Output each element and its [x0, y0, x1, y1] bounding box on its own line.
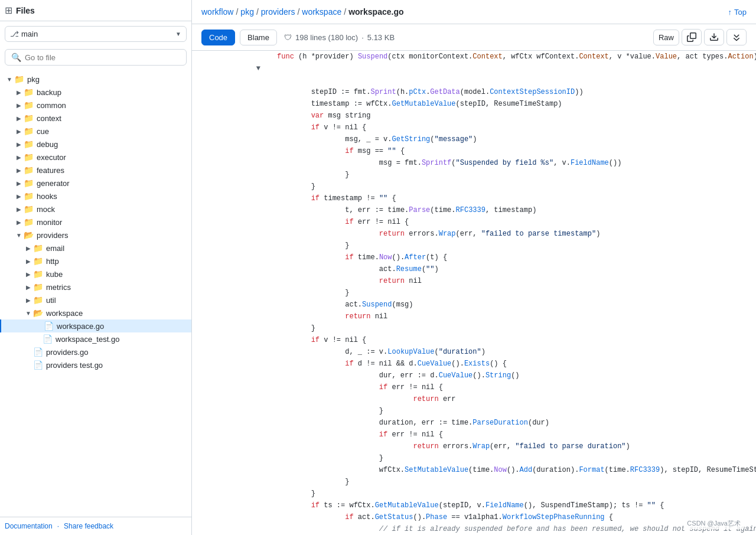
tree-item-generator[interactable]: ▶ 📁 generator: [0, 177, 191, 190]
blame-tab[interactable]: Blame: [240, 30, 277, 45]
line-number[interactable]: [192, 193, 272, 204]
line-number[interactable]: [192, 110, 272, 122]
line-number[interactable]: [192, 452, 272, 464]
tree-item-metrics[interactable]: ▶ 📁 metrics: [0, 280, 191, 293]
line-number[interactable]: [192, 98, 272, 110]
breadcrumb-workspace[interactable]: workspace: [302, 7, 341, 17]
tree-item-providers-test-go[interactable]: 📄 providers test.go: [0, 358, 191, 371]
line-number[interactable]: [192, 275, 272, 287]
tree-item-kube[interactable]: ▶ 📁 kube: [0, 268, 191, 280]
documentation-link[interactable]: Documentation: [5, 522, 53, 530]
line-number[interactable]: [192, 228, 272, 240]
code-line: if err != nil {: [272, 216, 756, 228]
line-number[interactable]: [192, 511, 272, 523]
panel-icon[interactable]: ⊞: [5, 5, 12, 16]
feedback-link[interactable]: Share feedback: [64, 522, 113, 530]
line-number[interactable]: [192, 500, 272, 511]
tree-item-util[interactable]: ▶ 📁 util: [0, 293, 191, 306]
raw-button[interactable]: Raw: [653, 30, 679, 45]
expand-button[interactable]: [726, 29, 747, 45]
line-number[interactable]: [192, 133, 272, 145]
code-line: duration, err := time.ParseDuration(dur): [272, 417, 756, 429]
line-number[interactable]: [192, 429, 272, 441]
tree-item-debug[interactable]: ▶ 📁 debug: [0, 138, 191, 151]
line-number[interactable]: [192, 181, 272, 193]
tree-label: cue: [37, 127, 49, 136]
tree-item-context[interactable]: ▶ 📁 context: [0, 112, 191, 125]
fold-button[interactable]: ▼: [256, 64, 260, 73]
line-number[interactable]: [192, 216, 272, 228]
breadcrumb-workflow[interactable]: workflow: [201, 7, 233, 17]
line-number[interactable]: [192, 311, 272, 322]
tree-item-workspace-folder[interactable]: ▼ 📂 workspace: [0, 306, 191, 319]
table-row: timestamp := wfCtx.GetMutableValue(stepI…: [192, 98, 756, 110]
toggle-icon: ▼: [24, 310, 33, 317]
tree-item-executor[interactable]: ▶ 📁 executor: [0, 151, 191, 164]
code-tab[interactable]: Code: [201, 30, 235, 45]
table-row: if msg == "" {: [192, 145, 756, 157]
line-number[interactable]: [192, 122, 272, 133]
download-button[interactable]: [704, 29, 724, 45]
breadcrumb-pkg[interactable]: pkg: [240, 7, 254, 17]
tree-item-backup[interactable]: ▶ 📁 backup: [0, 86, 191, 99]
file-lines: 198 lines (180 loc): [295, 33, 358, 42]
line-number[interactable]: [192, 322, 272, 334]
toggle-icon: ▶: [24, 284, 33, 291]
code-line: timestamp := wfCtx.GetMutableValue(stepI…: [272, 98, 756, 110]
tree-item-common[interactable]: ▶ 📁 common: [0, 99, 191, 112]
line-number[interactable]: [192, 334, 272, 346]
line-number[interactable]: [192, 441, 272, 452]
tree-item-workspace-test-go[interactable]: 📄 workspace_test.go: [0, 332, 191, 345]
line-number[interactable]: [192, 169, 272, 181]
file-icon: 📄: [33, 360, 43, 370]
code-line: dur, err := d.CueValue().String(): [272, 370, 756, 381]
breadcrumb-providers[interactable]: providers: [261, 7, 295, 17]
line-number[interactable]: [192, 476, 272, 488]
line-number[interactable]: [192, 252, 272, 263]
line-number[interactable]: [192, 417, 272, 429]
copy-button[interactable]: [682, 29, 702, 45]
line-number[interactable]: [192, 523, 272, 535]
top-button[interactable]: ↑ Top: [728, 8, 747, 17]
table-row: msg, _ = v.GetString("message"): [192, 133, 756, 145]
line-number[interactable]: ▼: [192, 51, 272, 86]
tree-item-monitor[interactable]: ▶ 📁 monitor: [0, 216, 191, 229]
line-number[interactable]: [192, 393, 272, 405]
table-row: return nil: [192, 275, 756, 287]
tree-item-providers[interactable]: ▼ 📂 providers: [0, 229, 191, 242]
line-number[interactable]: [192, 346, 272, 358]
tree-item-pkg[interactable]: ▼ 📁 pkg: [0, 73, 191, 86]
tree-label: workspace_test.go: [56, 335, 119, 344]
branch-selector[interactable]: ⎇ main ▼: [5, 26, 187, 42]
line-number[interactable]: [192, 86, 272, 98]
search-input[interactable]: [25, 53, 180, 62]
line-number[interactable]: [192, 204, 272, 216]
line-number[interactable]: [192, 358, 272, 370]
code-line: wfCtx.SetMutableValue(time.Now().Add(dur…: [272, 464, 756, 476]
code-line: var msg string: [272, 110, 756, 122]
table-row: msg = fmt.Sprintf("Suspended by field %s…: [192, 157, 756, 169]
tree-item-providers-go[interactable]: 📄 providers.go: [0, 345, 191, 358]
line-number[interactable]: [192, 370, 272, 381]
tree-item-workspace-go[interactable]: 📄 workspace.go: [0, 319, 191, 332]
tree-label: backup: [37, 88, 61, 97]
tree-item-email[interactable]: ▶ 📁 email: [0, 242, 191, 255]
go-to-file-bar[interactable]: 🔍: [5, 49, 187, 66]
line-number[interactable]: [192, 299, 272, 311]
tree-item-hooks[interactable]: ▶ 📁 hooks: [0, 190, 191, 203]
tree-item-cue[interactable]: ▶ 📁 cue: [0, 125, 191, 138]
table-row: duration, err := time.ParseDuration(dur): [192, 417, 756, 429]
line-number[interactable]: [192, 287, 272, 299]
line-number[interactable]: [192, 464, 272, 476]
line-number[interactable]: [192, 145, 272, 157]
line-number[interactable]: [192, 488, 272, 500]
line-number[interactable]: [192, 263, 272, 275]
code-line: if err != nil {: [272, 429, 756, 441]
line-number[interactable]: [192, 381, 272, 393]
line-number[interactable]: [192, 405, 272, 417]
line-number[interactable]: [192, 240, 272, 252]
line-number[interactable]: [192, 157, 272, 169]
tree-item-features[interactable]: ▶ 📁 features: [0, 164, 191, 177]
tree-item-http[interactable]: ▶ 📁 http: [0, 255, 191, 268]
tree-item-mock[interactable]: ▶ 📁 mock: [0, 203, 191, 216]
